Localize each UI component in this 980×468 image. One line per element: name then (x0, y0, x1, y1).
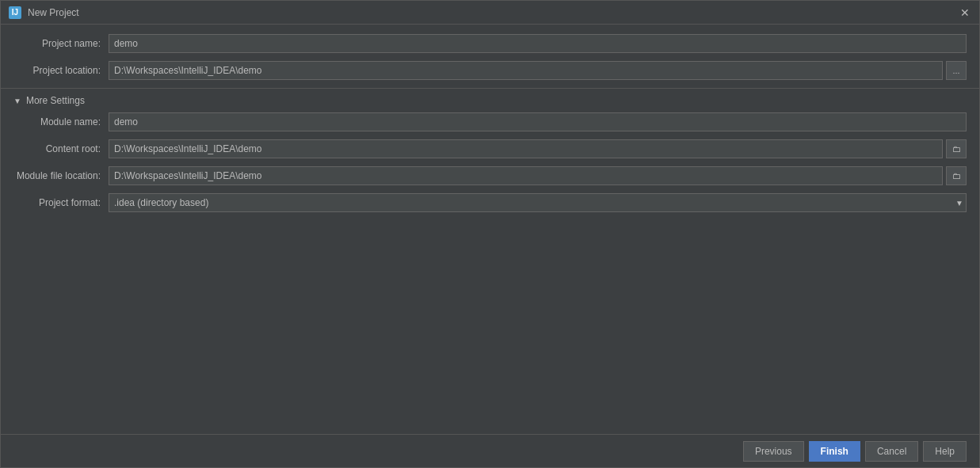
more-settings-section: ▼ More Settings Module name: Content roo… (1, 88, 979, 226)
dialog-footer: Previous Finish Cancel Help (1, 434, 979, 467)
module-name-input-wrap (109, 112, 967, 131)
title-bar-left: IJ New Project (9, 6, 79, 19)
project-location-input[interactable] (109, 61, 943, 80)
title-bar: IJ New Project ✕ (1, 1, 979, 25)
more-settings-label: More Settings (26, 95, 85, 106)
content-root-label: Content root: (13, 143, 109, 154)
cancel-button[interactable]: Cancel (865, 441, 918, 462)
content-root-row: Content root: 🗀 (13, 139, 967, 158)
project-location-input-wrap: ... (109, 61, 967, 80)
project-format-select-wrap: .idea (directory based) .ipr (file based… (109, 193, 967, 212)
project-format-select-wrapper: .idea (directory based) .ipr (file based… (109, 193, 967, 212)
project-location-label: Project location: (13, 65, 109, 76)
project-location-browse-button[interactable]: ... (946, 61, 967, 80)
project-name-label: Project name: (13, 38, 109, 49)
finish-button[interactable]: Finish (809, 441, 860, 462)
content-root-browse-button[interactable]: 🗀 (946, 139, 967, 158)
project-location-row: Project location: ... (13, 61, 967, 80)
module-name-input[interactable] (109, 112, 967, 131)
more-settings-chevron: ▼ (13, 97, 21, 105)
module-name-label: Module name: (13, 116, 109, 127)
dialog-content: Project name: Project location: ... ▼ Mo… (1, 25, 979, 434)
help-button[interactable]: Help (923, 441, 967, 462)
folder-icon-2: 🗀 (952, 171, 961, 181)
previous-button[interactable]: Previous (743, 441, 804, 462)
close-button[interactable]: ✕ (959, 6, 971, 19)
content-root-input[interactable] (109, 139, 943, 158)
more-settings-content: Module name: Content root: 🗀 (13, 112, 967, 226)
content-root-input-wrap: 🗀 (109, 139, 967, 158)
project-format-label: Project format: (13, 197, 109, 208)
new-project-dialog: IJ New Project ✕ Project name: Project l… (0, 0, 980, 468)
more-settings-header[interactable]: ▼ More Settings (13, 89, 967, 112)
module-name-row: Module name: (13, 112, 967, 131)
module-file-location-label: Module file location: (13, 170, 109, 181)
dialog-title: New Project (28, 7, 79, 18)
project-format-row: Project format: .idea (directory based) … (13, 193, 967, 212)
folder-icon: 🗀 (952, 144, 961, 154)
module-file-location-browse-button[interactable]: 🗀 (946, 166, 967, 185)
module-file-location-input[interactable] (109, 166, 943, 185)
project-name-row: Project name: (13, 34, 967, 53)
module-file-location-input-wrap: 🗀 (109, 166, 967, 185)
app-icon: IJ (9, 6, 21, 19)
project-name-input-wrap (109, 34, 967, 53)
module-file-location-row: Module file location: 🗀 (13, 166, 967, 185)
project-name-input[interactable] (109, 34, 967, 53)
project-format-select[interactable]: .idea (directory based) .ipr (file based… (109, 193, 967, 212)
